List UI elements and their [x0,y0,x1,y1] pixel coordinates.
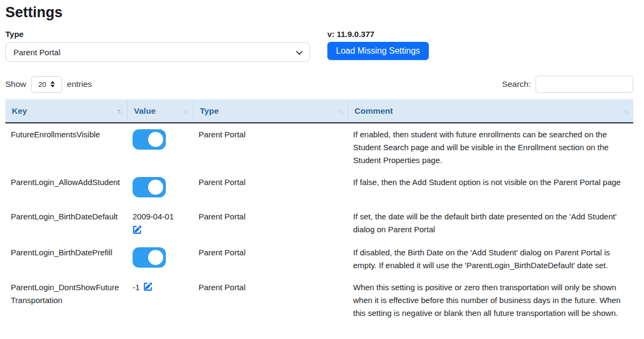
table-row: ParentLogin_AllowAddStudentParent Portal… [5,171,633,205]
comment-cell: If disabled, the Birth Date on the 'Add … [348,241,633,276]
value-text: 2009-04-01 [133,212,174,221]
comment-cell: When this setting is positive or zero th… [348,276,633,324]
toggle-switch-on[interactable] [133,177,166,197]
load-missing-settings-button[interactable]: Load Missing Settings [327,42,429,60]
page-title: Settings [5,4,633,21]
show-label: Show [5,79,26,89]
pencil-square-icon [133,225,142,234]
toggle-knob [148,180,163,195]
comment-cell: If false, then the Add Student option is… [348,171,633,205]
table-controls: Show 20 entries Search: [5,76,633,93]
type-label: Type [5,30,310,39]
sort-icon: ↑↓ [183,107,188,115]
settings-table: Key↑↓Value↑↓Type↑↓Comment↑↓ FutureEnroll… [5,99,633,324]
type-cell: Parent Portal [193,205,348,241]
version-text: v: 11.9.0.377 [327,30,429,39]
column-header-label: Value [134,106,156,115]
toggle-switch-on[interactable] [133,129,166,150]
search-label: Search: [502,79,531,89]
key-cell: ParentLogin_AllowAddStudent [5,171,127,205]
column-header-type[interactable]: Type↑↓ [193,99,348,123]
key-cell: ParentLogin_BirthDatePrefill [5,241,127,276]
column-header-label: Key [12,106,27,115]
search-input[interactable] [536,76,633,93]
toggle-switch-on[interactable] [133,247,166,268]
page-size-select[interactable]: 20 [31,76,62,93]
version-group: v: 11.9.0.377 Load Missing Settings [327,30,429,60]
toggle-knob [148,250,163,265]
type-select-value: Parent Portal [13,48,61,57]
table-row: ParentLogin_BirthDateDefault2009-04-01Pa… [5,205,633,241]
value-cell: -1 [127,276,193,324]
value-text: -1 [133,283,140,292]
type-cell: Parent Portal [193,123,348,171]
sort-icon: ↑↓ [338,107,343,115]
type-cell: Parent Portal [193,171,348,205]
table-row: ParentLogin_BirthDatePrefillParent Porta… [5,241,633,276]
key-cell: ParentLogin_DontShowFutureTransportation [5,276,127,324]
page-length-control: Show 20 entries [5,76,92,93]
column-header-key[interactable]: Key↑↓ [5,99,127,123]
type-group: Type Parent Portal [5,30,310,62]
value-cell: 2009-04-01 [127,205,193,241]
column-header-label: Type [200,106,219,115]
column-header-value[interactable]: Value↑↓ [127,99,193,123]
comment-cell: If enabled, then student with future enr… [348,123,633,171]
key-cell: FutureEnrollmentsVisible [5,123,127,171]
chevron-down-icon [296,48,303,55]
search-control: Search: [502,76,633,93]
filter-row: Type Parent Portal v: 11.9.0.377 Load Mi… [5,30,633,62]
settings-page: Settings Type Parent Portal v: 11.9.0.37… [0,0,644,324]
entries-label: entries [67,79,92,89]
sort-icon: ↑↓ [117,107,122,115]
type-select[interactable]: Parent Portal [5,42,310,62]
comment-cell: If set, the date will be the default bir… [348,205,633,241]
type-cell: Parent Portal [193,241,348,276]
table-header-row: Key↑↓Value↑↓Type↑↓Comment↑↓ [5,99,633,123]
key-cell: ParentLogin_BirthDateDefault [5,205,127,241]
sort-icon: ↑↓ [624,107,629,115]
edit-value-button[interactable] [133,225,142,234]
value-cell [127,171,193,205]
column-header-label: Comment [355,106,393,115]
edit-value-button[interactable] [143,282,152,291]
column-header-comment[interactable]: Comment↑↓ [348,99,633,123]
type-cell: Parent Portal [193,276,348,324]
table-row: FutureEnrollmentsVisibleParent PortalIf … [5,123,633,171]
page-size-value: 20 [39,80,46,89]
toggle-knob [148,132,163,147]
value-cell [127,123,193,171]
pencil-square-icon [143,282,152,291]
select-spinner-icon [50,81,55,87]
value-cell [127,241,193,276]
table-row: ParentLogin_DontShowFutureTransportation… [5,276,633,324]
